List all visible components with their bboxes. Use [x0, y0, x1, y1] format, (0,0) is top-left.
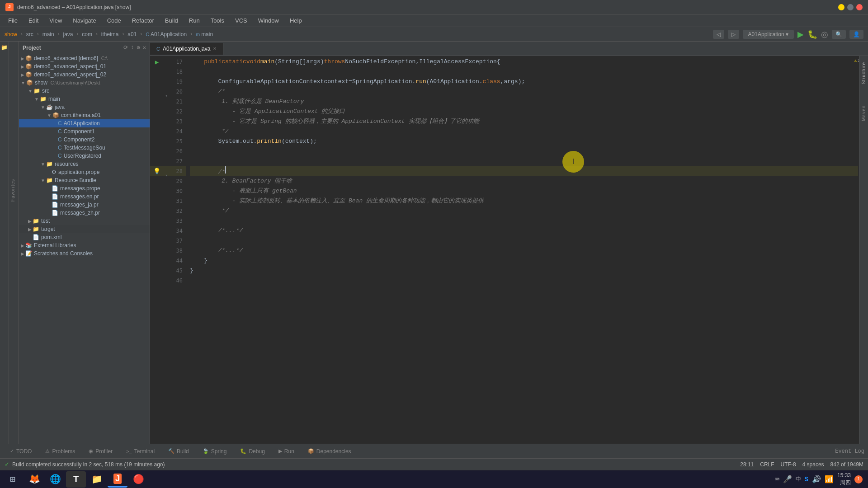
menu-vcs[interactable]: VCS — [231, 15, 252, 26]
taskbar-text[interactable]: T — [66, 471, 86, 488]
minimize-button[interactable] — [838, 4, 844, 10]
vtab-structure[interactable]: Structure — [860, 61, 867, 86]
breadcrumb-java[interactable]: java — [63, 31, 73, 38]
menu-edit[interactable]: Edit — [24, 15, 43, 26]
tray-volume-icon[interactable]: 🔊 — [812, 475, 821, 484]
menu-view[interactable]: View — [45, 15, 66, 26]
tree-item-messages[interactable]: 📄 messages.prope — [19, 184, 150, 192]
tree-item-test[interactable]: ▶ 📁 test — [19, 217, 150, 225]
taskbar-intellij[interactable]: J — [108, 471, 127, 488]
back-button[interactable]: ◁ — [713, 30, 724, 39]
tree-item-main[interactable]: ▼ 📁 main — [19, 95, 150, 103]
tree-item-src[interactable]: ▼ 📁 src — [19, 87, 150, 95]
tab-spring[interactable]: 🍃 Spring — [196, 446, 233, 457]
tree-item-aspectj01[interactable]: ▶ 📦 demo6_advanced_aspectj_01 — [19, 62, 150, 70]
tree-item-package[interactable]: ▼ 📦 com.itheima.a01 — [19, 111, 150, 119]
line-ending[interactable]: CRLF — [760, 461, 774, 468]
tab-profiler[interactable]: ◉ Profiler — [82, 446, 119, 457]
run-config-selector[interactable]: A01Application ▾ — [743, 30, 794, 39]
editor-tab-a01app[interactable]: C A01Application.java ✕ — [150, 43, 223, 55]
breadcrumb-show[interactable]: show — [5, 31, 17, 38]
tab-run[interactable]: ▶ Run — [272, 446, 301, 457]
breadcrumb-a01app[interactable]: C A01Application — [146, 31, 187, 38]
tree-item-show[interactable]: ▼ 📦 show C:\Users\manyh\Deskt — [19, 79, 150, 87]
tree-item-appprops[interactable]: ⚙ application.prope — [19, 168, 150, 176]
tree-item-resources[interactable]: ▼ 📁 resources — [19, 160, 150, 168]
taskbar-firefox[interactable]: 🦊 — [24, 471, 44, 488]
tree-more-icon[interactable]: ⚙ — [137, 44, 140, 51]
coverage-button[interactable]: ◎ — [821, 29, 828, 39]
tree-item-component1[interactable]: C Component1 — [19, 127, 150, 136]
breadcrumb-com[interactable]: com — [82, 31, 92, 38]
tray-keyboard-icon[interactable]: ⌨ — [775, 475, 779, 484]
menu-refactor[interactable]: Refactor — [127, 15, 159, 26]
project-icon[interactable]: 📁 — [1, 44, 8, 52]
menu-file[interactable]: File — [4, 15, 22, 26]
tree-sync-icon[interactable]: ⟳ — [123, 44, 128, 51]
notification-button[interactable]: 1 — [854, 475, 863, 483]
menu-help[interactable]: Help — [285, 15, 307, 26]
tree-item-java[interactable]: ▼ ☕ java — [19, 103, 150, 111]
run-gutter-icon[interactable]: ▶ — [155, 59, 159, 66]
encoding[interactable]: UTF-8 — [781, 461, 796, 468]
tray-s-icon[interactable]: S — [805, 476, 808, 483]
menu-tools[interactable]: Tools — [206, 15, 229, 26]
taskbar-ppt[interactable]: 🔴 — [128, 471, 148, 488]
code-text[interactable]: public static void main(String[] args) t… — [186, 56, 862, 444]
taskbar-edge[interactable]: 🌐 — [45, 471, 65, 488]
tree-item-messages-en[interactable]: 📄 messages.en.pr — [19, 192, 150, 201]
breadcrumb-main-method[interactable]: m main — [196, 31, 213, 38]
forward-button[interactable]: ▷ — [728, 30, 739, 39]
start-button[interactable]: ⊞ — [3, 471, 23, 488]
vtab-favorites[interactable]: Favorites — [9, 177, 19, 203]
tree-item-a01app[interactable]: C A01Application — [19, 119, 150, 127]
run-button[interactable]: ▶ — [797, 29, 804, 39]
fold-icon-20[interactable]: ▾ — [165, 94, 168, 99]
tree-item-testmessage[interactable]: C TestMessageSou — [19, 144, 150, 152]
tree-item-target[interactable]: ▶ 📁 target — [19, 225, 150, 233]
taskbar-explorer[interactable]: 📁 — [87, 471, 107, 488]
tree-item-scratches[interactable]: ▶ 📝 Scratches and Consoles — [19, 249, 150, 258]
breadcrumb-itheima[interactable]: itheima — [101, 31, 119, 38]
tree-collapse-icon[interactable]: ↕ — [131, 44, 134, 51]
menu-run[interactable]: Run — [184, 15, 204, 26]
menu-code[interactable]: Code — [103, 15, 126, 26]
vtab-maven[interactable]: Maven — [860, 104, 867, 122]
menu-window[interactable]: Window — [254, 15, 283, 26]
line-count[interactable]: 842 of 1949M — [830, 461, 863, 468]
cursor-position[interactable]: 28:11 — [740, 461, 754, 468]
tree-item-messages-ja[interactable]: 📄 messages_ja.pr — [19, 201, 150, 209]
tab-debug[interactable]: 🐛 Debug — [234, 446, 271, 457]
tab-close-button[interactable]: ✕ — [213, 46, 217, 51]
tree-item-demo6[interactable]: ▶ 📦 demo6_advanced [demo6] C:\ — [19, 54, 150, 62]
indent-setting[interactable]: 4 spaces — [802, 461, 824, 468]
menu-build[interactable]: Build — [160, 15, 183, 26]
tab-dependencies[interactable]: 📦 Dependencies — [302, 446, 358, 457]
tab-build[interactable]: 🔨 Build — [162, 446, 195, 457]
breadcrumb-src[interactable]: src — [26, 31, 33, 38]
bulb-icon-28[interactable]: 💡 — [153, 168, 160, 175]
tray-cn-icon[interactable]: 中 — [796, 475, 801, 483]
tree-item-userregistered[interactable]: C UserRegistered — [19, 152, 150, 160]
search-everywhere[interactable]: 🔍 — [832, 30, 846, 39]
tree-item-resbundle[interactable]: ▼ 📁 Resource Bundle — [19, 176, 150, 184]
close-button[interactable] — [856, 4, 863, 10]
tree-item-external-libs[interactable]: ▶ 📚 External Libraries — [19, 241, 150, 249]
event-log-label[interactable]: Event Log — [835, 448, 864, 455]
editor-content[interactable]: ▶ 17 18 19 ▾ 20 — [150, 56, 868, 444]
fold-icon-28[interactable]: ▾ — [165, 173, 168, 178]
tab-terminal[interactable]: >_ Terminal — [120, 446, 161, 457]
debug-button[interactable]: 🐛 — [807, 29, 817, 39]
menu-navigate[interactable]: Navigate — [68, 15, 100, 26]
tree-close-icon[interactable]: ✕ — [143, 44, 146, 51]
breadcrumb-main[interactable]: main — [42, 31, 54, 38]
tab-problems[interactable]: ⚠ Problems — [39, 446, 81, 457]
tray-mic-icon[interactable]: 🎤 — [783, 475, 792, 484]
window-controls[interactable] — [838, 4, 863, 10]
maximize-button[interactable] — [847, 4, 854, 10]
tree-item-messages-zh[interactable]: 📄 messages_zh.pr — [19, 209, 150, 217]
breadcrumb-a01[interactable]: a01 — [127, 31, 137, 38]
tree-item-pom[interactable]: 📄 pom.xml — [19, 233, 150, 241]
tree-item-component2[interactable]: C Component2 — [19, 136, 150, 144]
tray-network-icon[interactable]: 📶 — [825, 475, 834, 484]
